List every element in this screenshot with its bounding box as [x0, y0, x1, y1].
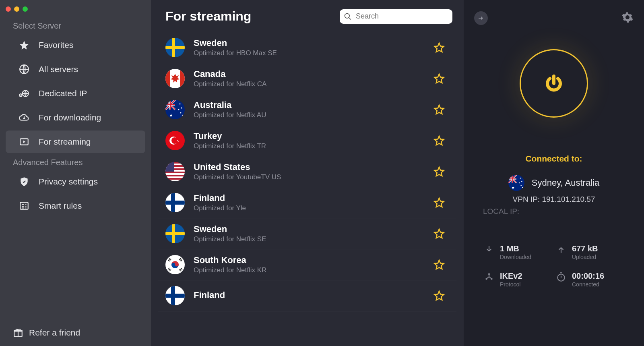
collapse-panel-button[interactable]: [474, 11, 488, 25]
sidebar-item-favorites[interactable]: Favorites: [6, 34, 145, 56]
favorite-toggle[interactable]: [433, 228, 445, 240]
stopwatch-icon: [556, 271, 566, 282]
svg-point-61: [522, 187, 523, 188]
minimize-window-button[interactable]: [14, 6, 19, 12]
server-row[interactable]: FinlandOptimized for Yle: [158, 187, 456, 218]
favorite-toggle[interactable]: [433, 104, 445, 116]
stat-label: Downloaded: [500, 254, 531, 260]
server-name: South Korea: [194, 255, 433, 265]
server-list[interactable]: SwedenOptimized for HBO Max SECanadaOpti…: [151, 32, 464, 346]
stat-connected-time: 00:00:16 Connected: [556, 271, 624, 288]
server-row[interactable]: SwedenOptimized for Netflix SE: [158, 218, 456, 249]
flag-icon: [165, 286, 185, 305]
sidebar-item-label: All servers: [39, 64, 78, 74]
sidebar-item-all-servers[interactable]: All servers: [6, 58, 145, 81]
stat-value: 677 kB: [572, 244, 598, 253]
window-controls: [0, 4, 151, 17]
connection-stats: 1 MB Downloaded 677 kB Uploaded IKEv2 Pr…: [464, 244, 644, 288]
svg-rect-36: [165, 176, 185, 178]
flag-icon: [165, 38, 185, 57]
flag-icon: [165, 255, 185, 274]
server-row[interactable]: AustraliaOptimized for Netflix AU: [158, 94, 456, 125]
svg-point-62: [488, 273, 490, 275]
favorite-toggle[interactable]: [433, 135, 445, 147]
server-text: FinlandOptimized for Yle: [194, 193, 433, 212]
star-icon: [19, 39, 30, 51]
sidebar-section-select-server: Select Server: [0, 17, 151, 33]
svg-rect-38: [165, 162, 174, 172]
svg-rect-55: [508, 178, 516, 179]
star-outline-icon: [433, 290, 445, 302]
sidebar: Select Server Favorites All servers Dedi…: [0, 0, 151, 346]
sidebar-item-label: Smart rules: [39, 201, 82, 211]
server-row[interactable]: South KoreaOptimized for Netflix KR: [158, 249, 456, 280]
favorite-toggle[interactable]: [433, 259, 445, 271]
server-subtitle: Optimized for Netflix AU: [194, 111, 433, 119]
svg-point-24: [178, 109, 180, 110]
svg-point-23: [181, 108, 182, 109]
refer-label: Refer a friend: [29, 328, 80, 338]
server-text: Finland: [194, 290, 433, 301]
sidebar-item-smart-rules[interactable]: Smart rules: [6, 195, 145, 217]
favorite-toggle[interactable]: [433, 166, 445, 178]
gear-icon: [621, 11, 634, 23]
favorite-toggle[interactable]: [433, 197, 445, 209]
connection-location: Sydney, Australia: [508, 175, 599, 191]
favorite-toggle[interactable]: [433, 290, 445, 302]
vpn-ip-line: VPN IP: 191.101.210.57: [513, 195, 595, 204]
sidebar-item-for-streaming[interactable]: For streaming: [6, 131, 145, 153]
settings-button[interactable]: [621, 11, 634, 23]
stat-uploaded: 677 kB Uploaded: [556, 244, 624, 260]
sidebar-item-privacy-settings[interactable]: Privacy settings: [6, 170, 145, 193]
refer-a-friend-button[interactable]: Refer a friend: [13, 327, 80, 338]
search-input[interactable]: [340, 9, 452, 24]
server-row[interactable]: CanadaOptimized for Netflix CA: [158, 63, 456, 94]
sidebar-item-for-downloading[interactable]: For downloading: [6, 106, 145, 129]
star-outline-icon: [433, 135, 445, 147]
flag-icon: [165, 224, 185, 243]
svg-rect-11: [165, 46, 185, 49]
vpn-ip-value: 191.101.210.57: [542, 195, 595, 203]
server-subtitle: Optimized for Netflix SE: [194, 235, 433, 243]
svg-point-59: [519, 182, 520, 184]
favorite-toggle[interactable]: [433, 73, 445, 85]
svg-rect-13: [165, 69, 170, 88]
server-name: Sweden: [194, 38, 433, 48]
server-subtitle: Optimized for Netflix CA: [194, 80, 433, 88]
server-row[interactable]: SwedenOptimized for HBO Max SE: [158, 32, 456, 63]
svg-point-8: [345, 13, 350, 18]
upload-arrow-icon: [556, 244, 566, 255]
star-outline-icon: [433, 73, 445, 85]
local-ip-label: LOCAL IP:: [483, 207, 519, 215]
svg-rect-20: [165, 104, 175, 105]
star-outline-icon: [433, 166, 445, 178]
server-row[interactable]: United StatesOptimized for YoutubeTV US: [158, 156, 456, 187]
location-flag-icon: [508, 175, 524, 191]
search-icon: [344, 12, 352, 21]
stat-label: Connected: [572, 281, 604, 288]
server-name: Sweden: [194, 224, 433, 234]
favorite-toggle[interactable]: [433, 41, 445, 54]
svg-point-3: [20, 95, 21, 95]
flag-icon: [165, 131, 185, 150]
server-name: Finland: [194, 290, 433, 300]
flag-icon: [165, 100, 185, 119]
svg-rect-44: [165, 232, 185, 235]
star-outline-icon: [433, 228, 445, 240]
connected-to-label: Connected to:: [525, 154, 582, 164]
download-arrow-icon: [484, 244, 494, 255]
close-window-button[interactable]: [6, 6, 11, 12]
dedicated-ip-icon: [19, 88, 30, 99]
server-row[interactable]: TurkeyOptimized for Netflix TR: [158, 125, 456, 156]
shield-icon: [19, 176, 30, 187]
sidebar-item-label: Privacy settings: [39, 177, 98, 186]
protocol-icon: [484, 271, 494, 282]
sidebar-item-dedicated-ip[interactable]: Dedicated IP: [6, 82, 145, 105]
search-wrap: [340, 9, 452, 24]
server-row[interactable]: Finland: [158, 280, 456, 311]
server-subtitle: Optimized for YoutubeTV US: [194, 173, 433, 181]
power-toggle-button[interactable]: [520, 49, 588, 118]
svg-point-22: [180, 104, 181, 105]
server-text: South KoreaOptimized for Netflix KR: [194, 255, 433, 274]
maximize-window-button[interactable]: [23, 6, 28, 12]
